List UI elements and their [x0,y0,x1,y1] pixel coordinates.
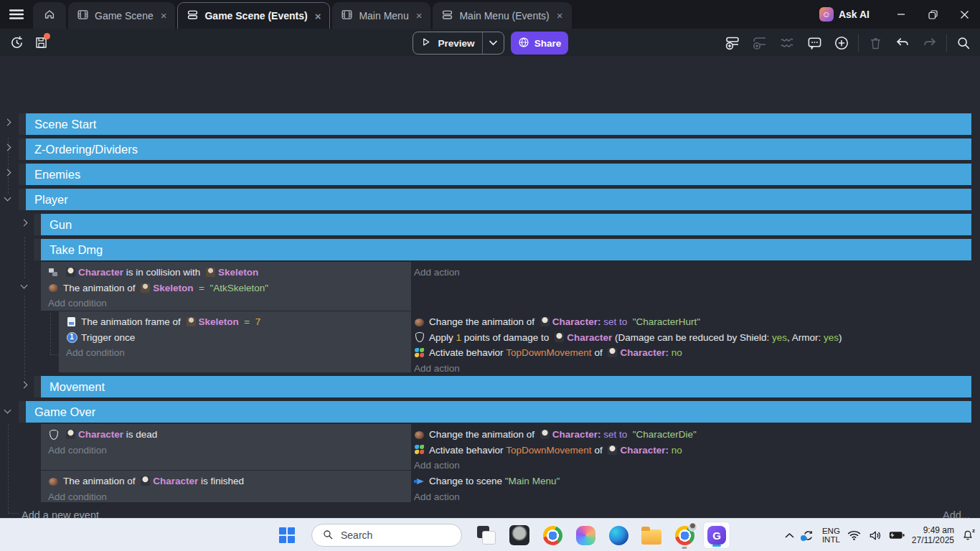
condition-line[interactable]: The animation of Character is finished [48,474,411,489]
delete-icon[interactable] [864,32,886,54]
share-button[interactable]: Share [511,32,568,55]
expand-chevron-icon[interactable] [4,118,12,127]
add-action-link[interactable]: Add action [414,265,974,281]
event-drag-handle[interactable] [19,113,26,135]
tab-game-scene[interactable]: Game Scene × [68,2,175,29]
event-drag-handle[interactable] [19,164,26,185]
group-take-dmg[interactable]: Take Dmg [41,239,971,260]
file-explorer-button[interactable] [637,521,666,550]
restore-button[interactable] [917,0,948,29]
save-icon[interactable] [30,32,52,53]
condition-line[interactable]: The animation of Skeleton = "AtkSkeleton… [48,281,411,296]
toolbar-divider [858,34,859,52]
tree-line [50,313,51,354]
volume-icon[interactable] [868,529,882,542]
event-drag-handle[interactable] [34,239,41,260]
chrome-profile-button[interactable] [670,521,699,550]
group-game-over[interactable]: Game Over [26,401,971,423]
group-movement[interactable]: Movement [41,376,971,397]
group-gun[interactable]: Gun [41,214,971,235]
scene-icon [341,9,353,23]
dnd-z-badge: z [972,527,975,534]
notification-bell-icon[interactable]: z [961,529,974,542]
action-line[interactable]: Change the animation of Character: set t… [414,427,974,443]
search-icon[interactable] [953,32,974,54]
taskbar-search-input[interactable]: Search [311,524,462,547]
group-scene-start[interactable]: Scene Start [26,113,971,135]
preview-button[interactable]: Preview [413,32,504,55]
task-view-button[interactable] [472,521,501,550]
gdevelop-app-button[interactable]: G [703,522,730,549]
expand-chevron-icon[interactable] [4,169,12,177]
condition-line[interactable]: Character is dead [48,427,411,443]
edge-button[interactable] [604,521,633,550]
expand-chevron-icon[interactable] [20,381,29,390]
condition-line[interactable]: Character is in collision with Skeleton [48,265,411,281]
character-thumb-icon [608,348,617,357]
expand-chevron-icon[interactable] [4,143,12,152]
add-condition-link[interactable]: Add condition [48,443,411,458]
start-button[interactable] [273,521,301,550]
add-action-link[interactable]: Add action [414,361,974,377]
language-indicator[interactable]: ENG INTL [822,527,840,545]
add-other-event-icon[interactable] [776,32,798,54]
copilot-button[interactable] [571,521,600,550]
game-app-button[interactable] [505,521,534,550]
tab-main-menu-events[interactable]: Main Menu (Events) × [433,2,571,29]
character-thumb-icon [608,446,617,455]
battery-icon[interactable] [889,530,905,540]
ask-ai-button[interactable]: ☺ Ask AI [819,7,870,22]
group-z-ordering[interactable]: Z-Ordering/Dividers [26,138,971,160]
character-thumb-icon [66,268,75,277]
redo-icon[interactable] [919,32,941,54]
event-drag-handle[interactable] [19,189,26,210]
wifi-icon[interactable] [847,529,861,541]
add-event-icon[interactable] [722,32,743,54]
close-window-button[interactable] [948,0,980,29]
group-player[interactable]: Player [26,189,971,210]
skeleton-thumb-icon [206,268,215,277]
tray-chevron-up-icon[interactable] [785,532,794,539]
condition-line[interactable]: The animation frame of Skeleton = 7 [66,314,411,330]
tree-line [8,513,19,514]
add-subevent-icon[interactable] [749,32,771,54]
event-drag-handle[interactable] [34,376,41,397]
collapse-chevron-icon[interactable] [20,281,29,290]
action-line[interactable]: Activate behavior TopDownMovement of Cha… [414,443,974,458]
add-condition-link[interactable]: Add condition [48,489,411,505]
action-line[interactable]: Apply 1 points of damage to Character (D… [414,330,974,346]
tab-home[interactable] [33,2,66,29]
tree-line [8,424,9,513]
tab-main-menu[interactable]: Main Menu × [332,2,430,29]
tab-game-scene-events[interactable]: Game Scene (Events) × [177,2,330,29]
minimize-button[interactable] [885,0,917,29]
action-line[interactable]: Change the animation of Character: set t… [414,314,974,330]
action-line[interactable]: Change to scene "Main Menu" [414,474,974,489]
group-enemies[interactable]: Enemies [26,164,971,185]
add-comment-icon[interactable] [804,32,825,54]
close-tab-icon[interactable]: × [314,10,323,22]
event-drag-handle[interactable] [34,214,41,235]
actions-column: Add action [414,262,974,281]
add-condition-link[interactable]: Add condition [66,345,411,361]
condition-line[interactable]: Trigger once [66,330,411,346]
clock[interactable]: 9:49 am 27/11/2025 [912,525,954,545]
close-tab-icon[interactable]: × [415,9,424,22]
chrome-button[interactable] [538,521,567,550]
event-drag-handle[interactable] [19,401,26,423]
preview-dropdown-icon[interactable] [482,32,504,54]
collapse-chevron-icon[interactable] [4,194,12,202]
add-circle-icon[interactable] [831,32,852,54]
sync-status-icon[interactable] [801,529,815,542]
event-drag-handle[interactable] [19,138,26,160]
add-action-link[interactable]: Add action [414,489,974,505]
expand-chevron-icon[interactable] [20,219,29,227]
action-line[interactable]: Activate behavior TopDownMovement of Cha… [414,345,974,361]
main-menu-icon[interactable] [0,0,33,29]
close-tab-icon[interactable]: × [159,9,169,22]
close-tab-icon[interactable]: × [555,9,565,22]
undo-icon[interactable] [892,32,913,54]
version-history-icon[interactable] [6,32,27,53]
collapse-chevron-icon[interactable] [4,406,12,415]
add-condition-link[interactable]: Add condition [48,296,411,311]
